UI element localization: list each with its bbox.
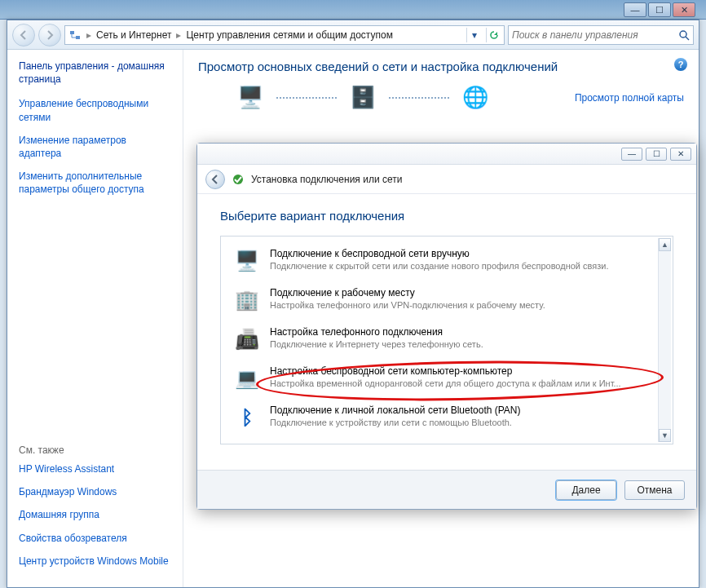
network-icon [68, 29, 82, 42]
option-dialup[interactable]: 📠 Настройка телефонного подключения Подк… [227, 320, 655, 359]
breadcrumb-sep: ▸ [176, 29, 181, 41]
see-also-label: См. также [19, 444, 171, 456]
dialog-heading: Выберите вариант подключения [220, 209, 673, 223]
see-also-hp[interactable]: HP Wireless Assistant [19, 462, 171, 475]
control-panel-home-link[interactable]: Панель управления - домашняя страница [19, 60, 171, 86]
option-title: Настройка беспроводной сети компьютер-ко… [270, 365, 621, 377]
view-full-map-link[interactable]: Просмотр полной карты [575, 92, 684, 104]
see-also-homegroup[interactable]: Домашняя группа [19, 508, 171, 521]
option-desc: Настройка телефонного или VPN-подключени… [270, 300, 545, 310]
breadcrumb-2[interactable]: Центр управления сетями и общим доступом [186, 29, 393, 41]
maximize-button[interactable]: ☐ [648, 2, 671, 17]
sidebar: Панель управления - домашняя страница Уп… [7, 50, 183, 587]
dialog-close-button[interactable]: ✕ [670, 148, 691, 161]
bluetooth-icon: ᛒ [232, 405, 262, 431]
option-adhoc[interactable]: 💻 Настройка беспроводной сети компьютер-… [227, 359, 655, 398]
option-desc: Подключение к скрытой сети или создание … [270, 261, 608, 271]
dialog-app-icon [232, 173, 245, 186]
scroll-down-icon[interactable]: ▼ [659, 429, 671, 442]
see-also-wmdc[interactable]: Центр устройств Windows Mobile [19, 555, 171, 568]
search-icon[interactable] [678, 29, 690, 41]
nav-bar: ▸ Сеть и Интернет ▸ Центр управления сет… [7, 20, 699, 50]
control-panel-window: — ☐ ✕ ▸ Сеть и Интернет ▸ Центр управлен… [7, 20, 699, 588]
option-title: Подключение к рабочему месту [270, 287, 545, 298]
next-button[interactable]: Далее [556, 480, 616, 500]
search-input[interactable] [512, 29, 678, 41]
window-controls: — ☐ ✕ [624, 2, 695, 17]
option-desc: Подключение к Интернету через телефонную… [270, 339, 483, 349]
setup-connection-dialog: — ☐ ✕ Установка подключения или сети Выб… [196, 143, 697, 510]
page-title: Просмотр основных сведений о сети и наст… [198, 60, 684, 73]
dialog-minimize-button[interactable]: — [621, 148, 642, 161]
address-bar[interactable]: ▸ Сеть и Интернет ▸ Центр управления сет… [64, 25, 505, 45]
option-desc: Подключение к устройству или сети с помо… [270, 418, 521, 427]
minimize-button[interactable]: — [624, 2, 646, 17]
help-icon[interactable]: ? [674, 58, 687, 71]
search-box[interactable] [508, 25, 694, 45]
see-also-firewall[interactable]: Брандмауэр Windows [19, 485, 171, 498]
back-button[interactable] [12, 24, 35, 46]
svg-point-2 [680, 31, 686, 38]
phone-icon: 📠 [232, 326, 262, 352]
sidebar-link-sharing[interactable]: Изменить дополнительные параметры общего… [19, 170, 171, 196]
address-dropdown-icon[interactable]: ▾ [466, 28, 481, 42]
dialog-title: Установка подключения или сети [251, 174, 402, 185]
node-internet-icon: 🌐 [456, 85, 495, 110]
node-computer-icon: 🖥️ [231, 85, 270, 110]
refresh-icon[interactable] [486, 28, 501, 42]
svg-rect-1 [76, 36, 80, 39]
connection-options-list: 🖥️ Подключение к беспроводной сети вручн… [220, 236, 673, 444]
option-manual-wireless[interactable]: 🖥️ Подключение к беспроводной сети вручн… [227, 241, 655, 281]
laptop-icon: 💻 [232, 365, 262, 391]
dialog-window-controls: — ☐ ✕ [197, 144, 696, 165]
monitor-icon: 🖥️ [232, 248, 262, 274]
option-title: Подключение к личной локальной сети Blue… [270, 405, 521, 416]
svg-line-3 [686, 37, 689, 40]
breadcrumb-1[interactable]: Сеть и Интернет [96, 29, 171, 41]
options-scrollbar[interactable]: ▲ ▼ [658, 238, 671, 442]
map-link [389, 97, 449, 99]
sidebar-link-wireless[interactable]: Управление беспроводными сетями [19, 97, 171, 123]
breadcrumb-sep: ▸ [86, 29, 91, 41]
option-title: Настройка телефонного подключения [270, 326, 483, 338]
dialog-maximize-button[interactable]: ☐ [646, 148, 667, 161]
dialog-back-button[interactable] [205, 170, 225, 189]
scroll-up-icon[interactable]: ▲ [659, 238, 671, 251]
sidebar-link-adapter[interactable]: Изменение параметров адаптера [19, 134, 171, 160]
option-workplace[interactable]: 🏢 Подключение к рабочему месту Настройка… [227, 281, 655, 320]
option-title: Подключение к беспроводной сети вручную [270, 248, 608, 259]
node-network-icon: 🗄️ [343, 85, 382, 110]
dialog-header: Установка подключения или сети [197, 165, 696, 194]
svg-point-4 [233, 175, 243, 184]
option-bluetooth-pan[interactable]: ᛒ Подключение к личной локальной сети Bl… [227, 398, 655, 437]
svg-rect-0 [70, 31, 74, 34]
dialog-footer: Далее Отмена [197, 470, 696, 509]
see-also-internet-options[interactable]: Свойства обозревателя [19, 532, 171, 545]
option-desc: Настройка временной одноранговой сети дл… [270, 378, 621, 388]
forward-button[interactable] [38, 24, 61, 46]
close-button[interactable]: ✕ [673, 2, 695, 17]
building-icon: 🏢 [232, 287, 262, 313]
network-map: 🖥️ 🗄️ 🌐 Просмотр полной карты [198, 82, 684, 110]
cancel-button[interactable]: Отмена [624, 480, 685, 500]
map-link [276, 97, 337, 99]
